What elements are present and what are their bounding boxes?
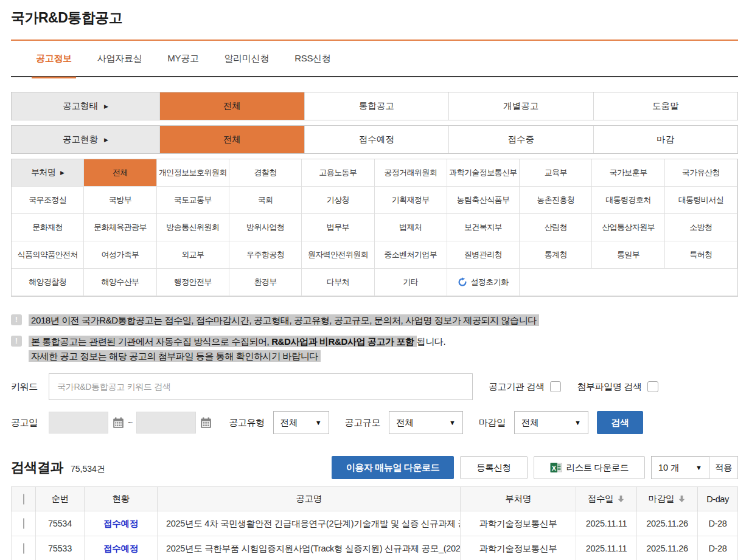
search-button[interactable]: 검색 <box>597 411 643 434</box>
scale-select[interactable]: 전체 ▼ <box>389 411 463 434</box>
header-end-date: 마감일 <box>637 487 698 511</box>
reset-settings-button[interactable]: 설정초기화 <box>447 269 520 296</box>
ministry-option[interactable]: 교육부 <box>520 159 592 187</box>
keyword-input[interactable] <box>49 373 473 400</box>
manual-download-button[interactable]: 이용자 매뉴얼 다운로드 <box>332 456 455 479</box>
row-checkbox[interactable] <box>23 518 24 529</box>
row-start-date: 2025.11.11 <box>586 519 627 528</box>
row-start-date-cell: 2025.11.11 <box>576 511 637 536</box>
ministry-option[interactable]: 특허청 <box>665 241 737 269</box>
ministry-option[interactable]: 기획재정부 <box>375 187 447 214</box>
type-select-label: 공고유형 <box>229 417 264 429</box>
announcement-title-link[interactable]: 2025년도 4차 국민생활안전 긴급대응연구(2단계)기술개발 및 실증 신규… <box>166 519 461 528</box>
sort-end-date[interactable]: 마감일 <box>649 493 686 505</box>
sort-start-date[interactable]: 접수일 <box>588 493 625 505</box>
tab-공고정보[interactable]: 공고정보 <box>23 40 85 77</box>
ministry-option[interactable]: 법무부 <box>302 214 374 241</box>
ministry-option[interactable]: 해양수산부 <box>84 269 156 296</box>
ministry-option[interactable]: 농촌진흥청 <box>520 187 592 214</box>
status-option[interactable]: 마감 <box>593 126 738 153</box>
row-status-cell: 접수예정 <box>85 536 158 560</box>
ministry-option[interactable]: 전체 <box>84 159 156 187</box>
row-select-cell <box>12 511 36 536</box>
row-status: 접수예정 <box>103 519 138 528</box>
ministry-option[interactable]: 개인정보보호위원회 <box>157 159 229 187</box>
status-option[interactable]: 접수중 <box>448 126 593 153</box>
ministry-option[interactable]: 통계청 <box>520 241 592 269</box>
header-status: 현황 <box>85 487 158 511</box>
ministry-option[interactable]: 국방부 <box>84 187 156 214</box>
ministry-option[interactable]: 문화체육관광부 <box>84 214 156 241</box>
ministry-option[interactable]: 방위사업청 <box>229 214 302 241</box>
ministry-option[interactable]: 소방청 <box>665 214 737 241</box>
type-select[interactable]: 전체 ▼ <box>273 411 329 434</box>
ministry-option[interactable]: 국가보훈부 <box>592 159 664 187</box>
status-option[interactable]: 전체 <box>159 126 304 153</box>
ministry-option[interactable]: 행정안전부 <box>157 269 229 296</box>
ministry-option[interactable]: 기타 <box>375 269 447 296</box>
ministry-option[interactable]: 대통령경호처 <box>592 187 664 214</box>
triangle-right-icon: ▶ <box>60 170 64 176</box>
results-bar: 검색결과 75,534건 이용자 매뉴얼 다운로드 등록신청 X 리스트 다운로… <box>11 456 738 479</box>
announcement-title-link[interactable]: 2025년도 극한부품 시험입증지원사업(Track형 실증지원) 신규과제 공… <box>166 544 461 553</box>
tab-사업자료실[interactable]: 사업자료실 <box>85 40 155 77</box>
apply-button[interactable]: 적용 <box>709 456 738 479</box>
ministry-option[interactable]: 농림축산식품부 <box>447 187 520 214</box>
chevron-down-icon: ▼ <box>449 419 456 426</box>
type-option[interactable]: 전체 <box>159 92 304 120</box>
filter-type-label: 공고형태 ▶ <box>12 92 159 120</box>
tab-MY공고[interactable]: MY공고 <box>155 40 211 77</box>
ministry-option[interactable]: 통일부 <box>592 241 664 269</box>
page-size-select[interactable]: 10 개 ▼ <box>651 456 709 479</box>
calendar-from-button[interactable] <box>111 415 125 430</box>
ministry-option[interactable]: 식품의약품안전처 <box>12 241 84 269</box>
calendar-to-button[interactable] <box>198 415 213 430</box>
register-button[interactable]: 등록신청 <box>460 456 527 479</box>
ministry-option[interactable]: 공정거래위원회 <box>375 159 447 187</box>
page-size-group: 10 개 ▼ 적용 <box>651 456 738 479</box>
ministry-option[interactable]: 과학기술정보통신부 <box>447 159 520 187</box>
date-to-input[interactable] <box>136 412 196 434</box>
date-from-input[interactable] <box>49 412 108 434</box>
ministry-option[interactable]: 기상청 <box>302 187 374 214</box>
ministry-option[interactable]: 국가유산청 <box>665 159 737 187</box>
tab-RSS신청[interactable]: RSS신청 <box>282 40 343 77</box>
list-download-button[interactable]: X 리스트 다운로드 <box>534 456 645 479</box>
keyword-label: 키워드 <box>11 381 49 393</box>
ministry-option[interactable]: 대통령비서실 <box>665 187 737 214</box>
ministry-option[interactable]: 경찰청 <box>229 159 302 187</box>
ministry-option[interactable]: 질병관리청 <box>447 241 520 269</box>
status-option[interactable]: 접수예정 <box>304 126 449 153</box>
ministry-option[interactable]: 여성가족부 <box>84 241 156 269</box>
ministry-option[interactable]: 방송통신위원회 <box>157 214 229 241</box>
ministry-option[interactable]: 다부처 <box>302 269 374 296</box>
file-search-checkbox[interactable] <box>647 381 658 392</box>
ministry-option[interactable]: 국토교통부 <box>157 187 229 214</box>
ministry-option[interactable]: 원자력안전위원회 <box>302 241 374 269</box>
ministry-option[interactable]: 법제처 <box>375 214 447 241</box>
ministry-option[interactable]: 국무조정실 <box>12 187 84 214</box>
ministry-option[interactable]: 보건복지부 <box>447 214 520 241</box>
ministry-option[interactable]: 문화재청 <box>12 214 84 241</box>
ministry-option[interactable]: 환경부 <box>229 269 302 296</box>
chevron-down-icon: ▼ <box>315 419 322 426</box>
scale-select-value: 전체 <box>396 417 414 429</box>
tab-알리미신청[interactable]: 알리미신청 <box>212 40 282 77</box>
ministry-option[interactable]: 산림청 <box>520 214 592 241</box>
type-option[interactable]: 개별공고 <box>448 92 593 120</box>
ministry-option[interactable]: 우주항공청 <box>229 241 302 269</box>
ministry-option[interactable]: 고용노동부 <box>302 159 374 187</box>
ministry-option[interactable]: 외교부 <box>157 241 229 269</box>
row-checkbox[interactable] <box>23 543 24 554</box>
ministry-option[interactable]: 해양경찰청 <box>12 269 84 296</box>
date-label: 공고일 <box>11 417 49 429</box>
notice-1-text: 2018년 이전 국가R&D통합공고는 접수일, 접수마감시간, 공고형태, 공… <box>29 313 539 328</box>
deadline-select[interactable]: 전체 ▼ <box>514 411 588 434</box>
org-search-checkbox[interactable] <box>550 381 561 392</box>
select-all-checkbox[interactable] <box>23 494 24 505</box>
ministry-option[interactable]: 산업통상자원부 <box>592 214 664 241</box>
type-option[interactable]: 통합공고 <box>304 92 449 120</box>
ministry-option[interactable]: 중소벤처기업부 <box>375 241 447 269</box>
ministry-option[interactable]: 국회 <box>229 187 302 214</box>
type-option[interactable]: 도움말 <box>593 92 738 120</box>
